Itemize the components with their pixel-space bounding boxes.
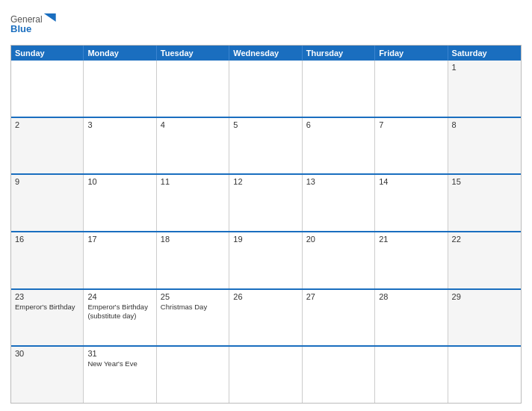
calendar-cell: 6 (303, 118, 375, 174)
calendar-header: General Blue (10, 7, 522, 40)
calendar-cell: 5 (229, 118, 302, 174)
calendar-cell: 1 (448, 61, 521, 117)
calendar-header-row: SundayMondayTuesdayWednesdayThursdayFrid… (11, 46, 521, 61)
day-number: 12 (233, 177, 297, 186)
day-number: 27 (306, 292, 371, 301)
calendar-cell: 28 (375, 290, 448, 346)
day-number: 4 (161, 120, 225, 129)
calendar-cell: 31New Year's Eve (84, 347, 156, 403)
calendar-cell: 12 (229, 175, 302, 231)
calendar-cell: 23Emperor's Birthday (11, 290, 84, 346)
calendar-week-2: 2345678 (11, 117, 521, 174)
calendar-cell (229, 61, 302, 117)
calendar-body: 1234567891011121314151617181920212223Emp… (11, 61, 521, 403)
calendar-cell: 26 (229, 290, 302, 346)
day-number: 14 (379, 177, 443, 186)
day-number: 26 (233, 292, 297, 301)
calendar-cell: 17 (84, 232, 156, 288)
day-number: 19 (233, 235, 297, 244)
calendar: SundayMondayTuesdayWednesdayThursdayFrid… (10, 45, 522, 404)
calendar-cell: 24Emperor's Birthday (substitute day) (84, 290, 156, 346)
calendar-cell: 18 (157, 232, 229, 288)
day-number: 7 (379, 120, 443, 129)
day-number: 5 (233, 120, 297, 129)
calendar-cell: 21 (375, 232, 448, 288)
header-cell-friday: Friday (375, 46, 448, 61)
header-cell-saturday: Saturday (448, 46, 521, 61)
day-number: 6 (306, 120, 371, 129)
day-number: 24 (87, 292, 152, 301)
calendar-cell: 4 (157, 118, 229, 174)
calendar-week-3: 9101112131415 (11, 173, 521, 231)
header-cell-monday: Monday (84, 46, 156, 61)
calendar-cell: 9 (11, 175, 84, 231)
calendar-cell: 15 (448, 175, 521, 231)
calendar-cell: 22 (448, 232, 521, 288)
calendar-cell: 14 (375, 175, 448, 231)
day-number: 21 (379, 235, 443, 244)
calendar-cell (229, 347, 302, 403)
day-number: 20 (306, 235, 371, 244)
calendar-week-6: 3031New Year's Eve (11, 345, 521, 403)
calendar-cell (303, 61, 375, 117)
calendar-cell: 20 (303, 232, 375, 288)
day-number: 1 (452, 63, 517, 72)
calendar-week-4: 16171819202122 (11, 231, 521, 288)
calendar-cell (157, 347, 229, 403)
holiday-label: Christmas Day (161, 303, 225, 312)
calendar-cell (11, 61, 84, 117)
holiday-label: Emperor's Birthday (15, 303, 79, 312)
calendar-cell: 2 (11, 118, 84, 174)
holiday-label: Emperor's Birthday (substitute day) (87, 303, 152, 321)
calendar-cell (84, 61, 156, 117)
day-number: 25 (161, 292, 225, 301)
logo-blue-text: Blue (10, 24, 56, 34)
logo: General Blue (10, 14, 56, 34)
day-number: 30 (15, 349, 79, 358)
calendar-cell (448, 347, 521, 403)
day-number: 15 (452, 177, 517, 186)
calendar-cell (375, 61, 448, 117)
logo-flag-icon (44, 13, 56, 22)
day-number: 13 (306, 177, 371, 186)
calendar-cell: 13 (303, 175, 375, 231)
day-number: 10 (87, 177, 152, 186)
header-cell-tuesday: Tuesday (157, 46, 229, 61)
calendar-cell: 27 (303, 290, 375, 346)
header-cell-sunday: Sunday (11, 46, 84, 61)
day-number: 22 (452, 235, 517, 244)
header-cell-wednesday: Wednesday (229, 46, 302, 61)
day-number: 29 (452, 292, 517, 301)
day-number: 9 (15, 177, 79, 186)
calendar-week-5: 23Emperor's Birthday24Emperor's Birthday… (11, 288, 521, 346)
day-number: 23 (15, 292, 79, 301)
holiday-label: New Year's Eve (87, 359, 152, 368)
calendar-cell: 19 (229, 232, 302, 288)
calendar-cell: 30 (11, 347, 84, 403)
day-number: 18 (161, 235, 225, 244)
calendar-cell: 8 (448, 118, 521, 174)
calendar-cell: 11 (157, 175, 229, 231)
day-number: 3 (87, 120, 152, 129)
calendar-cell: 7 (375, 118, 448, 174)
calendar-cell (375, 347, 448, 403)
day-number: 8 (452, 120, 517, 129)
calendar-cell: 3 (84, 118, 156, 174)
day-number: 28 (379, 292, 443, 301)
calendar-cell (157, 61, 229, 117)
header-cell-thursday: Thursday (303, 46, 375, 61)
page: General Blue SundayMondayTuesdayWednesda… (0, 0, 532, 411)
day-number: 2 (15, 120, 79, 129)
calendar-cell: 25Christmas Day (157, 290, 229, 346)
day-number: 31 (87, 349, 152, 358)
day-number: 17 (87, 235, 152, 244)
day-number: 11 (161, 177, 225, 186)
calendar-cell: 16 (11, 232, 84, 288)
calendar-cell: 10 (84, 175, 156, 231)
calendar-cell: 29 (448, 290, 521, 346)
calendar-week-1: 1 (11, 61, 521, 117)
calendar-cell (303, 347, 375, 403)
day-number: 16 (15, 235, 79, 244)
